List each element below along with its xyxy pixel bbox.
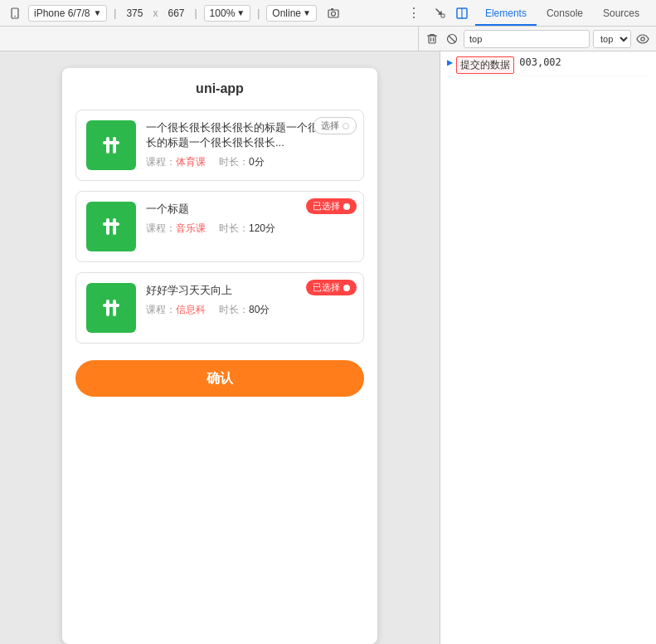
svg-rect-22 xyxy=(103,304,119,307)
ban-icon[interactable] xyxy=(444,31,460,47)
zoom-dropdown-arrow: ▼ xyxy=(236,8,245,17)
separator-2: | xyxy=(192,7,198,19)
svg-line-9 xyxy=(449,36,455,42)
badge-dot-3 xyxy=(343,285,350,291)
svg-rect-14 xyxy=(103,141,119,144)
network-dropdown-arrow: ▼ xyxy=(303,8,311,17)
svg-rect-12 xyxy=(106,137,109,154)
left-toolbar-area xyxy=(0,27,418,51)
capture-screenshot-icon[interactable] xyxy=(325,5,342,22)
duration-label-2: 时长：120分 xyxy=(219,222,275,236)
course-item-2[interactable]: 一个标题 课程：音乐课 时长：120分 已选择 xyxy=(75,191,364,262)
log-label: 提交的数据 xyxy=(460,59,510,71)
svg-point-1 xyxy=(14,15,16,17)
svg-rect-11 xyxy=(100,134,123,157)
confirm-button[interactable]: 确认 xyxy=(75,360,364,397)
log-value: 003,002 xyxy=(519,56,561,68)
select-badge-2[interactable]: 已选择 xyxy=(306,198,357,214)
course-item-3[interactable]: 好好学习天天向上 课程：信息科 时长：80分 已选择 xyxy=(75,272,364,344)
log-highlight: 提交的数据 xyxy=(456,56,514,74)
toggle-devtools-icon[interactable] xyxy=(454,5,470,22)
svg-rect-5 xyxy=(441,14,445,17)
select-badge-3[interactable]: 已选择 xyxy=(306,280,357,295)
svg-rect-2 xyxy=(328,10,338,17)
network-selector[interactable]: Online ▼ xyxy=(266,5,317,22)
course-item-1[interactable]: 一个很长很长很长很长的标题一个很长很长长的标题一个很长很长很长... 课程：体育… xyxy=(75,110,364,181)
context-selector[interactable]: top xyxy=(593,30,631,48)
separator-3: | xyxy=(255,7,261,19)
device-dropdown-arrow: ▼ xyxy=(93,8,101,17)
app-card: uni-app 一个很长很长很长很长的标题一个很长很长长的标题一个很长很长很长.… xyxy=(62,68,377,644)
separator-x: x xyxy=(151,7,159,19)
network-status: Online xyxy=(272,7,301,19)
badge-text-1: 选择 xyxy=(321,120,339,132)
console-filter-bar: top xyxy=(0,27,656,51)
tab-console[interactable]: Console xyxy=(537,1,593,26)
inspect-icon[interactable] xyxy=(432,5,449,22)
viewport-width: 375 xyxy=(123,6,146,21)
console-filter-input[interactable] xyxy=(464,30,590,48)
svg-point-3 xyxy=(331,12,335,16)
main-toolbar: iPhone 6/7/8 ▼ | 375 x 667 | 100% ▼ | On… xyxy=(0,0,656,27)
svg-point-10 xyxy=(641,37,644,40)
phone-preview-area: uni-app 一个很长很长很长很长的标题一个很长很长长的标题一个很长很长很长.… xyxy=(0,51,440,644)
eye-icon[interactable] xyxy=(634,31,651,47)
select-badge-1[interactable]: 选择 xyxy=(313,117,357,134)
badge-text-2: 已选择 xyxy=(313,200,340,212)
svg-rect-16 xyxy=(106,218,109,235)
device-name: iPhone 6/7/8 xyxy=(34,7,90,19)
svg-rect-21 xyxy=(113,300,116,316)
svg-rect-19 xyxy=(100,296,123,320)
subject-label-2: 课程：音乐课 xyxy=(146,222,206,236)
duration-label-1: 时长：0分 xyxy=(219,155,265,169)
console-filter-area: top xyxy=(418,27,656,51)
svg-rect-15 xyxy=(100,215,123,238)
more-options-icon[interactable]: ⋮ xyxy=(404,5,424,21)
svg-rect-18 xyxy=(103,222,119,226)
badge-text-3: 已选择 xyxy=(313,281,340,294)
separator-1: | xyxy=(112,7,118,19)
badge-dot-2 xyxy=(343,203,350,210)
viewport-height: 667 xyxy=(164,6,187,21)
badge-dot-1 xyxy=(343,123,349,129)
zoom-level: 100% xyxy=(210,7,236,19)
svg-rect-4 xyxy=(331,8,333,10)
course-icon-1 xyxy=(86,120,136,170)
clear-console-icon[interactable] xyxy=(424,31,440,47)
devtools-tab-bar: Elements Console Sources xyxy=(475,1,649,26)
device-mode-icon[interactable] xyxy=(7,5,23,22)
device-selector[interactable]: iPhone 6/7/8 ▼ xyxy=(28,5,107,22)
log-entry-1: ▶ 提交的数据 003,002 xyxy=(447,55,649,76)
course-meta-3: 课程：信息科 时长：80分 xyxy=(146,303,353,317)
course-meta-1: 课程：体育课 时长：0分 xyxy=(146,155,353,169)
subject-label-3: 课程：信息科 xyxy=(146,303,206,317)
course-meta-2: 课程：音乐课 时长：120分 xyxy=(146,222,353,236)
log-arrow: ▶ xyxy=(447,56,453,68)
subject-label-1: 课程：体育课 xyxy=(146,155,206,169)
tab-elements[interactable]: Elements xyxy=(475,1,537,26)
course-icon-3 xyxy=(86,283,136,333)
svg-rect-17 xyxy=(113,218,116,235)
tab-sources[interactable]: Sources xyxy=(593,1,649,26)
course-icon-2 xyxy=(86,202,136,251)
zoom-selector[interactable]: 100% ▼ xyxy=(204,5,251,22)
main-content: uni-app 一个很长很长很长很长的标题一个很长很长长的标题一个很长很长很长.… xyxy=(0,51,656,644)
svg-rect-13 xyxy=(113,137,116,154)
svg-rect-20 xyxy=(106,300,109,316)
devtools-panel: ▶ 提交的数据 003,002 xyxy=(440,51,656,644)
console-output: ▶ 提交的数据 003,002 xyxy=(440,51,656,644)
duration-label-3: 时长：80分 xyxy=(219,303,270,317)
app-title: uni-app xyxy=(75,81,364,96)
